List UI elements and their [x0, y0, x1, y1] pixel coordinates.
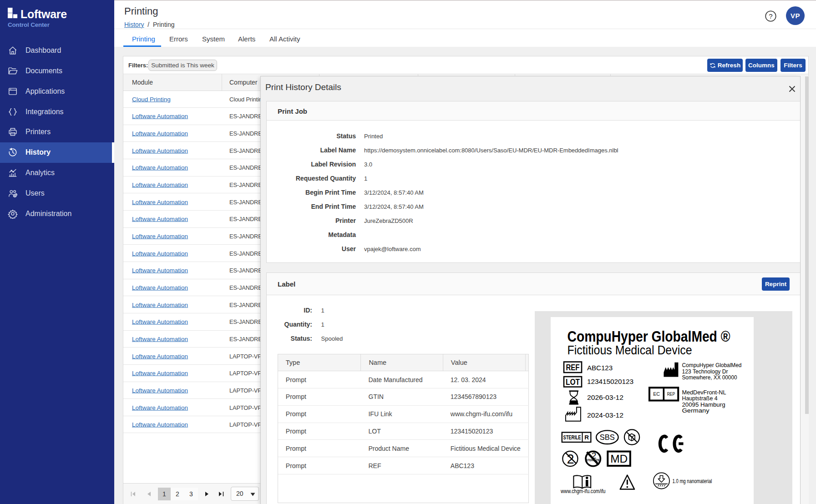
svg-text:REF: REF [566, 363, 579, 372]
svg-text:2: 2 [567, 452, 574, 467]
svg-text:?: ? [769, 12, 772, 20]
svg-text:LOT: LOT [566, 378, 580, 387]
svg-text:EC: EC [653, 391, 660, 397]
svg-text:SBS: SBS [599, 433, 614, 442]
svg-text:2026-03-12: 2026-03-12 [587, 393, 623, 401]
svg-text:STERILE: STERILE [563, 434, 581, 441]
svg-text:123415020123: 123415020123 [587, 378, 634, 385]
svg-text:REP: REP [667, 391, 675, 397]
svg-text:1.0 mg nanomaterial: 1.0 mg nanomaterial [672, 478, 712, 484]
svg-text:2024-03-12: 2024-03-12 [587, 411, 623, 419]
svg-text:Somewhere, XX 00000: Somewhere, XX 00000 [682, 374, 737, 381]
svg-text:ABC123: ABC123 [587, 364, 613, 372]
svg-text:R: R [584, 434, 589, 441]
svg-text:MD: MD [610, 453, 628, 465]
svg-text:www.chgm-ifu.com/ifu: www.chgm-ifu.com/ifu [560, 488, 605, 494]
svg-text:Germany: Germany [682, 408, 709, 414]
svg-text:Fictitious Medical Device: Fictitious Medical Device [567, 343, 692, 357]
